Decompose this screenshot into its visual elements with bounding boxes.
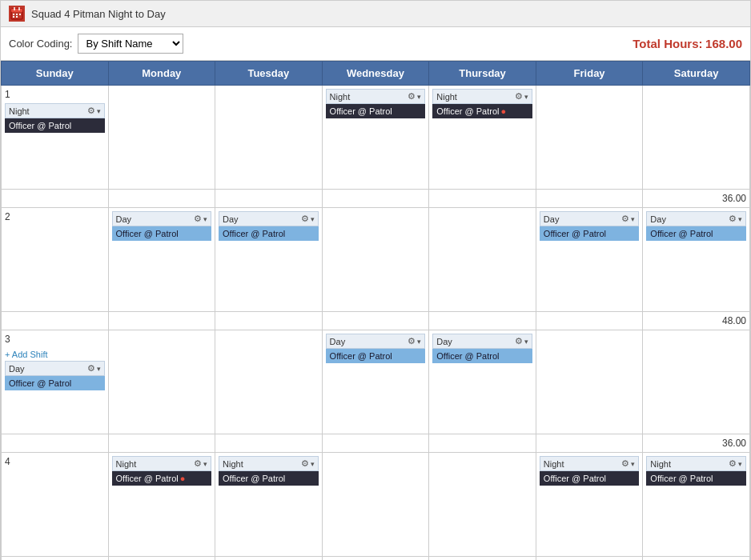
shift-position-bar[interactable]: Officer @ Patrol xyxy=(326,104,426,118)
shift-name: Day xyxy=(650,214,666,224)
shift-gear-button[interactable]: ⚙▾ xyxy=(87,363,101,374)
gear-icon: ⚙ xyxy=(515,91,523,102)
chevron-down-icon: ▾ xyxy=(311,215,315,223)
shift-position-bar[interactable]: Officer @ Patrol xyxy=(540,226,640,241)
position-text: Officer @ Patrol xyxy=(223,474,285,483)
calendar-cell-week4-day4 xyxy=(429,453,536,557)
shift-header: Night⚙▾ xyxy=(5,103,105,118)
empty-cell xyxy=(536,312,643,330)
header-monday: Monday xyxy=(108,62,215,86)
chevron-down-icon: ▾ xyxy=(738,460,742,468)
chevron-down-icon: ▾ xyxy=(738,215,742,223)
empty-cell xyxy=(108,557,215,561)
empty-cell xyxy=(215,557,323,561)
shift-block: Night⚙▾Officer @ Patrol xyxy=(326,89,426,118)
position-text: Officer @ Patrol xyxy=(650,229,713,238)
position-text: Officer @ Patrol xyxy=(544,229,606,238)
calendar-cell-week4-day6: Night⚙▾Officer @ Patrol xyxy=(643,453,750,557)
empty-cell xyxy=(322,557,429,561)
gear-icon: ⚙ xyxy=(408,91,416,102)
svg-rect-6 xyxy=(19,14,21,15)
shift-gear-button[interactable]: ⚙▾ xyxy=(408,336,421,346)
position-text: Officer @ Patrol xyxy=(116,474,179,483)
shift-gear-button[interactable]: ⚙▾ xyxy=(515,91,528,102)
shift-gear-button[interactable]: ⚙▾ xyxy=(87,106,101,116)
week-row-1: 1Night⚙▾Officer @ PatrolNight⚙▾Officer @… xyxy=(2,86,750,190)
gear-icon: ⚙ xyxy=(301,458,309,469)
position-text: Officer @ Patrol xyxy=(436,106,499,116)
shift-name: Night xyxy=(436,92,457,102)
position-text: Officer @ Patrol xyxy=(330,106,392,116)
calendar-cell-week3-day4: Day⚙▾Officer @ Patrol xyxy=(429,330,536,434)
shift-name: Day xyxy=(223,214,239,224)
shift-gear-button[interactable]: ⚙▾ xyxy=(194,214,207,224)
position-text: Officer @ Patrol xyxy=(116,229,179,238)
header-sunday: Sunday xyxy=(2,62,109,86)
empty-cell xyxy=(429,190,536,208)
shift-header: Day⚙▾ xyxy=(540,211,640,226)
calendar-cell-week2-day0: 2 xyxy=(2,208,109,312)
day-number: 3 xyxy=(5,334,105,345)
shift-block: Day⚙▾Officer @ Patrol xyxy=(112,211,212,241)
shift-block: Night⚙▾Officer @ Patrol● xyxy=(112,456,212,486)
shift-position-bar[interactable]: Officer @ Patrol xyxy=(5,118,105,133)
empty-cell xyxy=(215,190,323,208)
chevron-down-icon: ▾ xyxy=(97,107,101,115)
shift-header: Night⚙▾ xyxy=(646,456,746,471)
calendar-cell-week3-day5 xyxy=(536,330,643,434)
empty-cell xyxy=(536,557,643,561)
week-hours-row-1: 36.00 xyxy=(2,190,750,208)
shift-header: Day⚙▾ xyxy=(646,211,746,226)
chevron-down-icon: ▾ xyxy=(524,338,528,346)
shift-gear-button[interactable]: ⚙▾ xyxy=(621,458,635,469)
header-tuesday: Tuesday xyxy=(215,62,323,86)
calendar-icon xyxy=(9,6,25,22)
shift-block: Night⚙▾Officer @ Patrol xyxy=(5,103,105,133)
shift-position-bar[interactable]: Officer @ Patrol xyxy=(112,226,212,241)
shift-gear-button[interactable]: ⚙▾ xyxy=(194,458,207,469)
shift-gear-button[interactable]: ⚙▾ xyxy=(729,214,742,224)
shift-name: Night xyxy=(330,92,351,102)
position-text: Officer @ Patrol xyxy=(436,351,499,361)
empty-cell xyxy=(2,312,109,330)
shift-header: Day⚙▾ xyxy=(432,334,532,349)
shift-gear-button[interactable]: ⚙▾ xyxy=(729,458,742,469)
shift-gear-button[interactable]: ⚙▾ xyxy=(408,91,421,102)
calendar-cell-week3-day2 xyxy=(215,330,323,434)
calendar-cell-week1-day2 xyxy=(215,86,323,190)
empty-cell xyxy=(108,190,215,208)
shift-position-bar[interactable]: Officer @ Patrol xyxy=(5,376,105,390)
empty-cell xyxy=(536,190,643,208)
shift-gear-button[interactable]: ⚙▾ xyxy=(621,214,635,224)
empty-cell xyxy=(108,434,215,453)
shift-position-bar[interactable]: Officer @ Patrol● xyxy=(112,471,212,486)
shift-header: Day⚙▾ xyxy=(326,334,426,349)
shift-position-bar[interactable]: Officer @ Patrol xyxy=(646,226,746,241)
shift-position-bar[interactable]: Officer @ Patrol xyxy=(219,471,319,486)
empty-cell xyxy=(2,190,109,208)
shift-position-bar[interactable]: Officer @ Patrol● xyxy=(432,104,532,118)
gear-icon: ⚙ xyxy=(408,336,416,346)
gear-icon: ⚙ xyxy=(301,214,309,224)
chevron-down-icon: ▾ xyxy=(631,460,635,468)
add-shift-link[interactable]: + Add Shift xyxy=(5,350,48,359)
shift-gear-button[interactable]: ⚙▾ xyxy=(301,214,315,224)
week-hours-row-4: 48.00 xyxy=(2,557,750,561)
position-text: Officer @ Patrol xyxy=(544,474,606,483)
shift-position-bar[interactable]: Officer @ Patrol xyxy=(540,471,640,486)
shift-block: Day⚙▾Officer @ Patrol xyxy=(432,334,532,363)
empty-cell xyxy=(215,434,323,453)
gear-icon: ⚙ xyxy=(621,458,629,469)
shift-header: Day⚙▾ xyxy=(112,211,212,226)
shift-position-bar[interactable]: Officer @ Patrol xyxy=(646,471,746,486)
shift-position-bar[interactable]: Officer @ Patrol xyxy=(219,226,319,241)
calendar-cell-week4-day5: Night⚙▾Officer @ Patrol xyxy=(536,453,643,557)
gear-icon: ⚙ xyxy=(515,336,523,346)
calendar-cell-week2-day5: Day⚙▾Officer @ Patrol xyxy=(536,208,643,312)
shift-gear-button[interactable]: ⚙▾ xyxy=(301,458,315,469)
shift-position-bar[interactable]: Officer @ Patrol xyxy=(326,349,426,363)
shift-gear-button[interactable]: ⚙▾ xyxy=(515,336,528,346)
color-coding-select[interactable]: By Shift Name By Position None xyxy=(78,34,183,54)
shift-position-bar[interactable]: Officer @ Patrol xyxy=(432,349,532,363)
title-bar: Squad 4 Pitman Night to Day xyxy=(1,1,750,27)
